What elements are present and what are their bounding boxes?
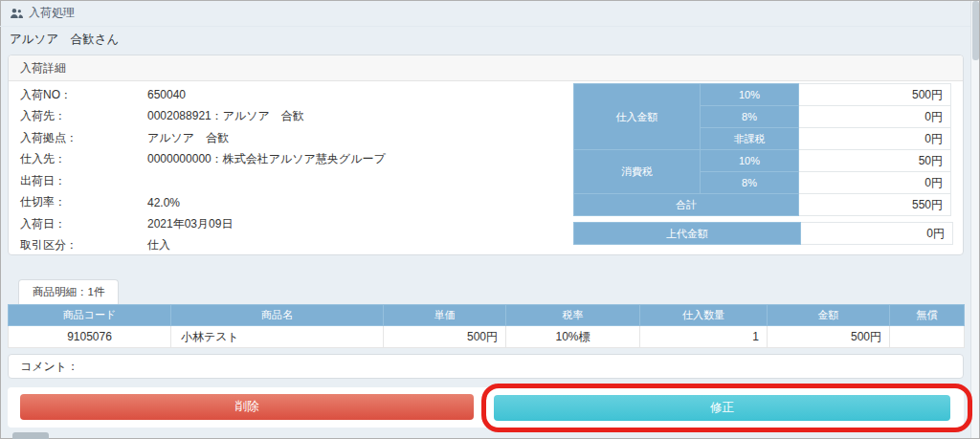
field-value: 2021年03月09日: [147, 216, 233, 232]
col-unit-price: 単価: [384, 305, 506, 326]
item-code: 9105076: [9, 326, 171, 348]
action-bar: 削除 修正: [8, 387, 964, 428]
tab-item-details[interactable]: 商品明細：1件: [18, 279, 119, 304]
detail-body: 入荷NO： 650040 入荷先： 0002088921：アルソア 合歓 入荷拠…: [9, 81, 963, 254]
field-label: 仕切率：: [9, 194, 147, 210]
rate-label: 8%: [701, 106, 799, 128]
rate-label: 非課税: [701, 128, 799, 150]
amount-summary-table: 仕入金額 10% 500円 8% 0円 非課税 0円 消費税 10%: [573, 83, 951, 216]
col-amount: 金額: [768, 305, 890, 326]
field-value: 仕入: [147, 237, 170, 253]
user-name: アルソア 合歓さん: [0, 28, 383, 52]
col-product-name: 商品名: [171, 305, 384, 326]
field-value: 0002088921：アルソア 合歓: [147, 108, 304, 124]
consumption-tax-label: 消費税: [574, 150, 701, 194]
total-value: 550円: [799, 194, 951, 216]
purchase-amount-label: 仕入金額: [574, 84, 701, 150]
amount-value: 50円: [799, 150, 951, 172]
item-free: [890, 326, 965, 348]
item-quantity: 1: [640, 326, 768, 348]
item-amount: 500円: [768, 326, 890, 348]
field-label: 入荷先：: [9, 108, 147, 124]
edit-button[interactable]: 修正: [494, 395, 950, 421]
item-name: 小林テスト: [171, 326, 384, 348]
amount-value: 0円: [799, 106, 951, 128]
field-value: 42.0%: [147, 196, 180, 209]
rate-label: 10%: [701, 84, 799, 106]
arrival-detail-panel: 入荷詳細 入荷NO： 650040 入荷先： 0002088921：アルソア 合…: [8, 55, 964, 255]
field-label: 仕入先：: [9, 151, 147, 167]
item-unit-price: 500円: [384, 326, 506, 348]
rate-label: 8%: [701, 172, 799, 194]
col-product-code: 商品コード: [9, 305, 171, 326]
field-label: 入荷NO：: [9, 87, 147, 103]
retail-amount-label: 上代金額: [574, 223, 801, 245]
delete-button[interactable]: 削除: [20, 394, 474, 420]
field-value: 0000000000：株式会社アルソア慧央グループ: [147, 151, 386, 167]
field-value: アルソア 合歓: [147, 130, 229, 146]
users-icon: [10, 8, 23, 19]
app-window: 入荷処理 アルソア 合歓さん 入荷詳細 入荷NO： 650040 入荷先： 00…: [0, 0, 980, 439]
amount-value: 500円: [799, 84, 951, 106]
item-tax-rate: 10%標: [506, 326, 640, 348]
rate-label: 10%: [701, 150, 799, 172]
field-label: 入荷日：: [9, 216, 147, 232]
item-row[interactable]: 9105076 小林テスト 500円 10%標 1 500円: [9, 326, 965, 348]
retail-amount-table: 上代金額 0円: [573, 222, 953, 245]
field-label: 出荷日：: [9, 173, 147, 189]
amount-summary: 仕入金額 10% 500円 8% 0円 非課税 0円 消費税 10%: [573, 83, 953, 245]
col-tax-rate: 税率: [506, 305, 640, 326]
page-title: 入荷処理: [29, 5, 75, 21]
field-label: 取引区分：: [9, 237, 147, 253]
panel-title: 入荷詳細: [9, 55, 963, 81]
comment-panel: コメント：: [8, 354, 964, 379]
comment-label: コメント：: [9, 355, 963, 378]
col-free: 無償: [890, 305, 965, 326]
retail-amount-value: 0円: [801, 223, 953, 245]
field-label: 入荷拠点：: [9, 130, 147, 146]
bottom-cutoff-element: [12, 432, 49, 439]
field-value: 650040: [147, 88, 186, 101]
amount-value: 0円: [799, 128, 951, 150]
items-header-row: 商品コード 商品名 単価 税率 仕入数量 金額 無償: [9, 305, 965, 326]
scrollbar-thumb[interactable]: [972, 1, 979, 60]
scrollbar-track[interactable]: [970, 1, 979, 438]
top-title-bar: 入荷処理: [0, 0, 970, 27]
items-table: 商品コード 商品名 単価 税率 仕入数量 金額 無償 9105076 小林テスト…: [8, 304, 965, 348]
total-label: 合計: [574, 194, 799, 216]
amount-value: 0円: [799, 172, 951, 194]
col-quantity: 仕入数量: [640, 305, 768, 326]
